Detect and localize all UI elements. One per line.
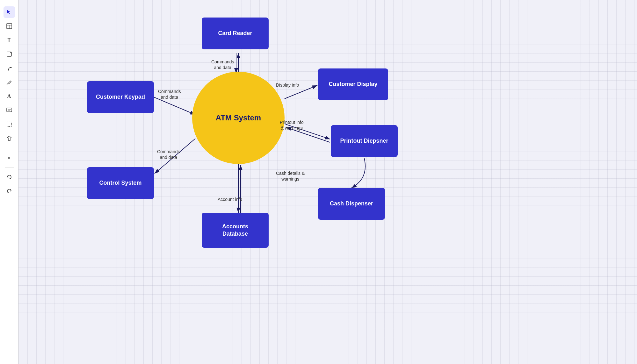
- link-tool[interactable]: [4, 62, 15, 74]
- frame-tool[interactable]: [4, 118, 15, 130]
- label-display: Display info: [276, 82, 299, 88]
- sidebar-divider: [5, 148, 14, 148]
- label-keypad: Commands and data: [158, 89, 181, 100]
- cursor-tool[interactable]: [4, 6, 15, 18]
- pen-tool[interactable]: [4, 76, 15, 88]
- svg-line-19: [154, 97, 195, 115]
- diagram-canvas[interactable]: ATM System Card Reader Customer Keypad C…: [18, 0, 637, 364]
- text-tool[interactable]: T: [4, 34, 15, 46]
- printout-dispenser-label: Printout Diepsner: [340, 137, 388, 145]
- table-tool[interactable]: [4, 20, 15, 32]
- printout-dispenser-node[interactable]: Printout Diepsner: [331, 125, 398, 157]
- customer-display-label: Customer Display: [329, 81, 377, 88]
- card-reader-node[interactable]: Card Reader: [202, 18, 269, 49]
- svg-line-6: [11, 81, 11, 82]
- svg-marker-11: [7, 136, 11, 140]
- accounts-database-label: Accounts Database: [222, 223, 248, 238]
- label-control: Commands and data: [157, 149, 180, 160]
- label-cash: Cash details & warnings: [276, 170, 305, 182]
- customer-keypad-node[interactable]: Customer Keypad: [87, 81, 154, 113]
- cash-dispenser-label: Cash Dispenser: [330, 200, 373, 207]
- label-card-reader: Commands and data: [211, 59, 234, 70]
- svg-line-21: [286, 124, 330, 139]
- svg-rect-10: [7, 122, 11, 126]
- customer-display-node[interactable]: Customer Display: [318, 68, 388, 100]
- customer-keypad-label: Customer Keypad: [96, 93, 145, 101]
- note-tool[interactable]: [4, 48, 15, 60]
- control-system-label: Control System: [99, 179, 141, 187]
- svg-rect-7: [7, 108, 12, 112]
- svg-line-5: [8, 67, 10, 69]
- svg-line-22: [286, 127, 330, 142]
- label-accounts: Account info: [218, 196, 242, 202]
- sidebar: T A »: [0, 0, 18, 364]
- accounts-database-node[interactable]: Accounts Database: [202, 213, 269, 248]
- svg-marker-0: [7, 10, 11, 14]
- comment-tool[interactable]: [4, 104, 15, 116]
- more-tool[interactable]: »: [4, 152, 15, 163]
- sidebar-divider-2: [5, 167, 14, 168]
- export-tool[interactable]: [4, 132, 15, 144]
- cash-dispenser-node[interactable]: Cash Dispenser: [318, 188, 385, 220]
- atm-system-node[interactable]: ATM System: [192, 72, 285, 164]
- control-system-node[interactable]: Control System: [87, 167, 154, 199]
- atm-system-label: ATM System: [216, 113, 261, 122]
- svg-line-23: [155, 139, 195, 174]
- card-reader-label: Card Reader: [218, 30, 252, 37]
- undo-tool[interactable]: [4, 171, 15, 183]
- redo-tool[interactable]: [4, 185, 15, 197]
- font-tool[interactable]: A: [4, 90, 15, 102]
- svg-line-20: [285, 85, 317, 99]
